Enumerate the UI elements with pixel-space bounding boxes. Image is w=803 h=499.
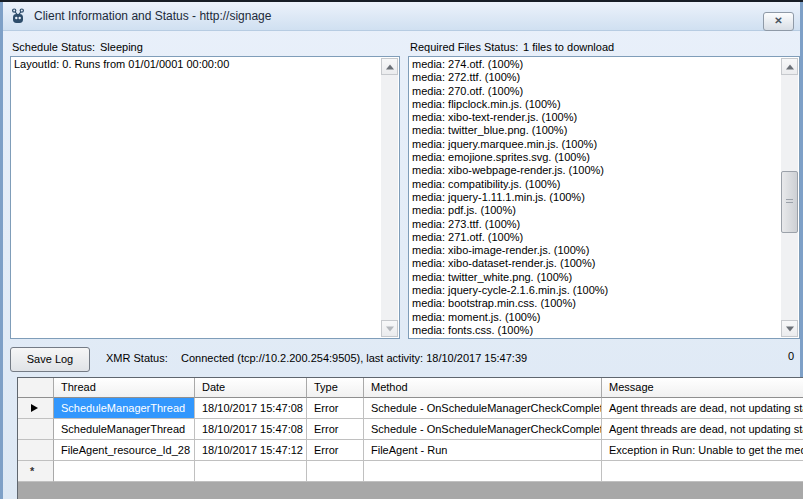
current-row-arrow-icon	[31, 404, 38, 412]
required-files-listbox[interactable]: media: 274.otf. (100%)media: 272.ttf. (1…	[408, 56, 800, 339]
log-grid: Thread Date Type Method Message Schedule…	[17, 377, 803, 499]
cell-date[interactable]	[195, 461, 307, 482]
file-status-line: media: fonts.css. (100%)	[412, 324, 779, 337]
cell-thread[interactable]: ScheduleManagerThread	[54, 398, 195, 419]
file-status-line: media: xibo-dataset-render.js. (100%)	[412, 257, 779, 270]
cell-thread[interactable]: ScheduleManagerThread	[54, 419, 195, 440]
file-status-line: media: jquery-1.11.1.min.js. (100%)	[412, 191, 779, 204]
schedule-detail-text: LayoutId: 0. Runs from 01/01/0001 00:00:…	[14, 58, 379, 337]
window-title: Client Information and Status - http://s…	[34, 2, 271, 30]
table-row: ScheduleManagerThread 18/10/2017 15:47:0…	[18, 398, 803, 419]
table-row: FileAgent_resource_Id_28 18/10/2017 15:4…	[18, 440, 803, 461]
file-status-line: media: moment.js. (100%)	[412, 311, 779, 324]
title-bar[interactable]: Client Information and Status - http://s…	[3, 2, 800, 31]
cell-method[interactable]: Schedule - OnScheduleManagerCheckComplet…	[364, 419, 602, 440]
column-header-thread[interactable]: Thread	[54, 378, 195, 398]
file-status-line: media: xibo-webpage-render.js. (100%)	[412, 164, 779, 177]
cell-method[interactable]: Schedule - OnScheduleManagerCheckComplet…	[364, 398, 602, 419]
cell-thread[interactable]: FileAgent_resource_Id_28	[54, 440, 195, 461]
close-button[interactable]: ✕	[763, 12, 794, 31]
row-selector-cell[interactable]	[18, 419, 54, 440]
cell-message[interactable]	[602, 461, 803, 482]
file-status-line: media: 273.ttf. (100%)	[412, 218, 779, 231]
row-selector-cell[interactable]	[18, 398, 54, 419]
cell-type[interactable]: Error	[307, 419, 364, 440]
save-log-button[interactable]: Save Log	[10, 347, 90, 372]
log-grid-header-row: Thread Date Type Method Message	[18, 378, 803, 398]
schedule-status-label: Schedule Status:	[12, 41, 95, 53]
row-selector-cell[interactable]: *	[18, 461, 54, 482]
row-selector-header[interactable]	[18, 378, 54, 398]
column-header-date[interactable]: Date	[195, 378, 307, 398]
column-header-message[interactable]: Message	[602, 378, 803, 398]
row-selector-cell[interactable]	[18, 440, 54, 461]
xibo-app-icon	[10, 8, 26, 24]
file-status-line: media: xibo-text-render.js. (100%)	[412, 111, 779, 124]
scroll-down-icon[interactable]	[381, 320, 398, 337]
required-files-label: Required Files Status:	[410, 41, 518, 53]
xmr-status-value: Connected (tcp://10.2.200.254:9505), las…	[181, 352, 527, 364]
column-header-method[interactable]: Method	[364, 378, 602, 398]
file-status-line: media: twitter_blue.png. (100%)	[412, 124, 779, 137]
file-status-line: media: twitter_white.png. (100%)	[412, 271, 779, 284]
cell-message[interactable]: Agent threads are dead, not updating sta…	[602, 419, 803, 440]
cell-type[interactable]	[307, 461, 364, 482]
file-status-line: media: pdf.js. (100%)	[412, 204, 779, 217]
new-row: *	[18, 461, 803, 482]
required-files-value: 1 files to download	[523, 41, 614, 53]
scroll-up-icon[interactable]	[781, 58, 798, 75]
file-status-line: media: 272.ttf. (100%)	[412, 71, 779, 84]
file-status-line: media: bootstrap.min.css. (100%)	[412, 297, 779, 310]
status-count: 0	[788, 350, 794, 362]
file-status-line: media: 270.otf. (100%)	[412, 85, 779, 98]
file-status-line: media: flipclock.min.js. (100%)	[412, 98, 779, 111]
cell-method[interactable]: FileAgent - Run	[364, 440, 602, 461]
table-row: ScheduleManagerThread 18/10/2017 15:47:0…	[18, 419, 803, 440]
required-files-list: media: 274.otf. (100%)media: 272.ttf. (1…	[412, 58, 779, 337]
files-box-scrollbar[interactable]	[781, 58, 798, 337]
column-header-type[interactable]: Type	[307, 378, 364, 398]
schedule-status-value: Sleeping	[100, 41, 143, 53]
cell-method[interactable]	[364, 461, 602, 482]
cell-type[interactable]: Error	[307, 398, 364, 419]
file-status-line: media: xibo-image-render.js. (100%)	[412, 244, 779, 257]
xmr-status-label: XMR Status:	[106, 352, 168, 364]
file-status-line: media: 271.otf. (100%)	[412, 231, 779, 244]
schedule-box-scrollbar[interactable]	[381, 58, 398, 337]
window-left-border	[0, 2, 3, 499]
schedule-status-textbox[interactable]: LayoutId: 0. Runs from 01/01/0001 00:00:…	[10, 56, 400, 339]
file-status-line: media: jquery-cycle-2.1.6.min.js. (100%)	[412, 284, 779, 297]
file-status-line: media: compatibility.js. (100%)	[412, 178, 779, 191]
cell-type[interactable]: Error	[307, 440, 364, 461]
scroll-down-icon[interactable]	[781, 320, 798, 337]
file-status-line: media: jquery.marquee.min.js. (100%)	[412, 138, 779, 151]
file-status-line: media: 274.otf. (100%)	[412, 58, 779, 71]
cell-date[interactable]: 18/10/2017 15:47:12	[195, 440, 307, 461]
scrollbar-thumb[interactable]	[781, 171, 798, 233]
client-info-window: Client Information and Status - http://s…	[0, 0, 803, 499]
cell-date[interactable]: 18/10/2017 15:47:08	[195, 419, 307, 440]
cell-message[interactable]: Exception in Run: Unable to get the medi…	[602, 440, 803, 461]
scroll-up-icon[interactable]	[381, 58, 398, 75]
new-row-marker: *	[30, 461, 34, 482]
cell-message[interactable]: Agent threads are dead, not updating sta…	[602, 398, 803, 419]
cell-date[interactable]: 18/10/2017 15:47:08	[195, 398, 307, 419]
cell-thread[interactable]	[54, 461, 195, 482]
file-status-line: media: emojione.sprites.svg. (100%)	[412, 151, 779, 164]
